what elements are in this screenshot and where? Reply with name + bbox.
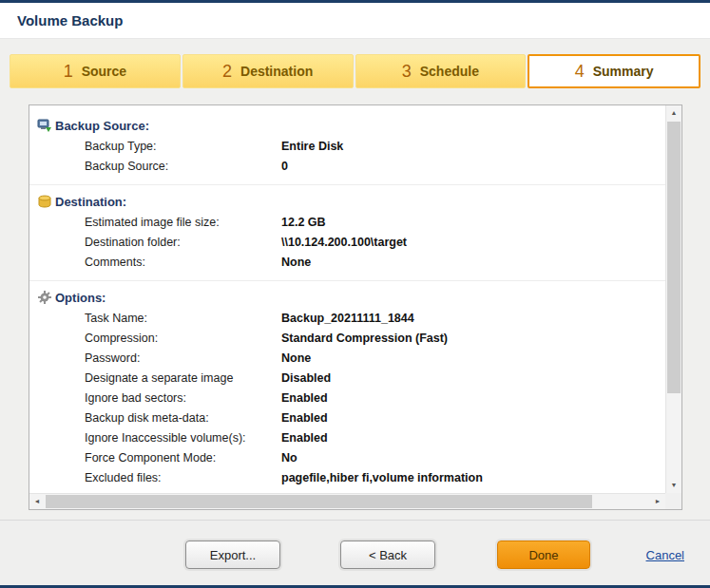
- row-label: Backup disk meta-data:: [85, 411, 209, 425]
- summary-row: Compression: Standard Compression (Fast): [29, 329, 665, 349]
- step-label: Source: [82, 64, 126, 79]
- volume-backup-window: Volume Backup 1 Source 2 Destination 3 S…: [0, 0, 710, 588]
- back-button[interactable]: < Back: [340, 541, 435, 569]
- row-value: pagefile,hiber fi,volume information: [281, 471, 483, 484]
- summary-row: Backup disk meta-data: Enabled: [29, 408, 665, 428]
- step-label: Destination: [240, 64, 313, 79]
- row-value: \\10.124.200.100\target: [281, 236, 407, 249]
- summary-row: Destination folder: \\10.124.200.100\tar…: [29, 233, 665, 253]
- summary-panel: Backup Source: Backup Type: Entire Disk …: [29, 104, 682, 510]
- section-title: Destination:: [55, 195, 126, 209]
- tab-summary[interactable]: 4 Summary: [528, 54, 700, 88]
- summary-row: Task Name: Backup_20211111_1844: [29, 309, 665, 329]
- row-value: Standard Compression (Fast): [281, 332, 448, 345]
- step-number: 2: [222, 62, 232, 82]
- row-label: Destination folder:: [85, 236, 181, 249]
- section-title: Options:: [55, 291, 106, 305]
- scroll-down-icon[interactable]: ▼: [666, 478, 681, 493]
- titlebar: Volume Backup: [0, 3, 710, 39]
- tab-destination[interactable]: 2 Destination: [182, 54, 354, 88]
- row-value: None: [281, 351, 311, 365]
- summary-row: Estimated image file size: 12.2 GB: [29, 213, 665, 233]
- footer-bar: Export... < Back Done Cancel: [0, 520, 710, 585]
- step-number: 4: [575, 62, 585, 82]
- step-label: Schedule: [420, 64, 479, 79]
- summary-row: Backup Type: Entire Disk: [29, 137, 665, 157]
- section-destination: Destination: Estimated image file size: …: [29, 184, 665, 273]
- summary-content: Backup Source: Backup Type: Entire Disk …: [29, 105, 665, 493]
- row-value: Entire Disk: [281, 140, 343, 153]
- section-header: Backup Source:: [29, 117, 665, 137]
- row-label: Compression:: [85, 332, 158, 345]
- section-options: Options: Task Name: Backup_20211111_1844…: [29, 280, 665, 488]
- row-value: 12.2 GB: [281, 216, 326, 229]
- step-number: 3: [402, 62, 412, 82]
- row-value: Enabled: [281, 411, 328, 425]
- row-value: 0: [281, 160, 288, 173]
- cancel-link[interactable]: Cancel: [646, 548, 684, 562]
- row-label: Comments:: [85, 256, 145, 269]
- row-value: None: [281, 256, 311, 269]
- done-button[interactable]: Done: [497, 541, 590, 569]
- summary-row: Comments: None: [29, 253, 665, 273]
- horizontal-scroll-thumb[interactable]: [46, 495, 592, 508]
- horizontal-scrollbar[interactable]: ◄ ►: [29, 493, 665, 509]
- row-value: Disabled: [281, 371, 331, 385]
- summary-row: Ignore bad sectors: Enabled: [29, 389, 665, 408]
- scrollbar-corner: [665, 493, 681, 509]
- section-header: Destination:: [29, 193, 665, 213]
- section-backup-source: Backup Source: Backup Type: Entire Disk …: [29, 117, 665, 177]
- vertical-scrollbar[interactable]: ▲ ▼: [665, 105, 681, 493]
- section-header: Options:: [29, 289, 665, 309]
- summary-row: Force Component Mode: No: [29, 448, 665, 468]
- row-label: Ignore bad sectors:: [85, 391, 186, 405]
- summary-row: Excluded files: pagefile,hiber fi,volume…: [29, 468, 665, 488]
- row-label: Designate a separate image: [85, 371, 233, 385]
- vertical-scroll-thumb[interactable]: [667, 122, 681, 393]
- row-label: Password:: [85, 351, 140, 365]
- options-icon: [37, 290, 52, 305]
- section-title: Backup Source:: [55, 119, 149, 133]
- backup-source-icon: [37, 118, 52, 133]
- summary-row: Backup Source: 0: [29, 157, 665, 177]
- row-value: No: [281, 451, 297, 465]
- scroll-up-icon[interactable]: ▲: [666, 105, 681, 121]
- row-label: Backup Source:: [85, 160, 168, 173]
- tab-source[interactable]: 1 Source: [10, 54, 181, 88]
- row-label: Backup Type:: [85, 140, 157, 153]
- scroll-left-icon[interactable]: ◄: [29, 494, 45, 509]
- row-value: Backup_20211111_1844: [281, 312, 414, 325]
- page-title: Volume Backup: [17, 3, 123, 39]
- row-label: Ignore Inaccessible volume(s):: [85, 431, 246, 445]
- row-value: Enabled: [281, 431, 328, 445]
- destination-icon: [37, 194, 52, 209]
- scroll-right-icon[interactable]: ►: [650, 494, 665, 509]
- row-label: Estimated image file size:: [85, 216, 220, 229]
- summary-row: Ignore Inaccessible volume(s): Enabled: [29, 428, 665, 448]
- row-label: Excluded files:: [85, 471, 162, 484]
- row-label: Force Component Mode:: [85, 451, 216, 465]
- summary-row: Password: None: [29, 349, 665, 369]
- row-label: Task Name:: [85, 312, 147, 325]
- summary-row: Designate a separate image Disabled: [29, 369, 665, 389]
- tab-schedule[interactable]: 3 Schedule: [355, 54, 527, 88]
- step-number: 1: [64, 62, 73, 82]
- export-button[interactable]: Export...: [185, 541, 280, 569]
- row-value: Enabled: [281, 391, 328, 405]
- step-label: Summary: [593, 64, 654, 79]
- wizard-steps: 1 Source 2 Destination 3 Schedule 4 Summ…: [10, 54, 700, 88]
